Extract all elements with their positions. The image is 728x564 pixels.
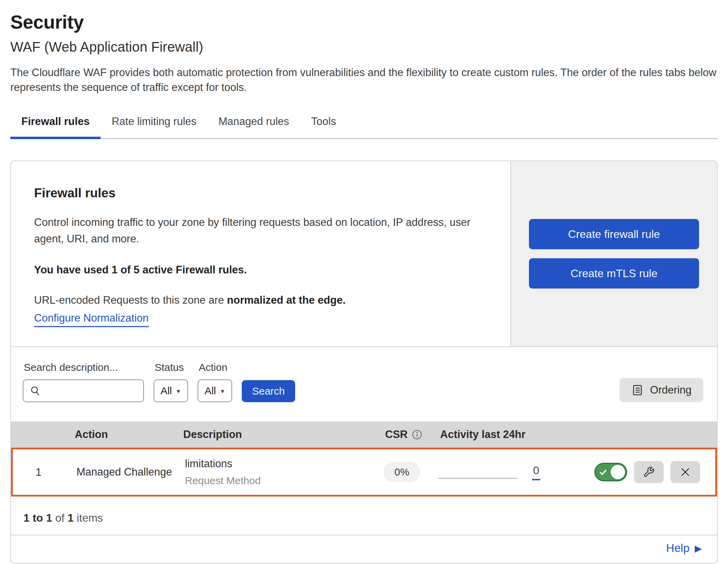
action-select[interactable]: All ▼ — [198, 379, 232, 402]
status-select[interactable]: All ▼ — [154, 379, 188, 402]
search-button[interactable]: Search — [242, 380, 295, 402]
pagination-items: items — [77, 512, 103, 524]
rule-expression: Request Method — [185, 475, 367, 487]
activity-sparkline — [438, 478, 518, 479]
normalization-bold: normalized at the edge. — [227, 294, 346, 306]
security-waf-page: Security WAF (Web Application Firewall) … — [0, 0, 728, 564]
csr-badge: 0% — [383, 462, 420, 482]
search-field-group: Search description... — [23, 362, 144, 402]
wrench-icon — [643, 466, 655, 478]
toggle-knob — [611, 465, 625, 479]
status-label: Status — [155, 362, 188, 373]
tab-rate-limiting-rules[interactable]: Rate limiting rules — [101, 111, 207, 138]
pagination-total: 1 — [67, 512, 74, 524]
card-description: Control incoming traffic to your zone by… — [34, 214, 475, 247]
ordering-list-icon — [631, 384, 644, 396]
rule-description-cell: limitations Request Method — [178, 458, 367, 487]
firewall-rule-row[interactable]: 1 Managed Challenge limitations Request … — [11, 448, 717, 497]
pagination-summary: 1 to 1 of 1 items — [11, 497, 717, 535]
rule-controls — [595, 461, 715, 483]
tab-managed-rules[interactable]: Managed rules — [208, 111, 300, 138]
header-csr: CSR — [369, 428, 438, 441]
info-icon[interactable] — [412, 429, 422, 440]
header-description: Description — [176, 428, 369, 441]
chevron-down-icon: ▼ — [220, 389, 225, 394]
firewall-rules-overview: Firewall rules Control incoming traffic … — [11, 161, 717, 347]
rule-enabled-toggle[interactable] — [594, 463, 627, 481]
rule-activity-cell: 0 — [436, 464, 595, 480]
usage-summary: You have used 1 of 5 active Firewall rul… — [34, 264, 486, 276]
action-label: Action — [199, 362, 232, 373]
rule-description: limitations — [185, 458, 367, 470]
normalization-note: URL-encoded Requests to this zone are no… — [34, 294, 486, 306]
rule-action: Managed Challenge — [64, 466, 178, 478]
pagination-of: of — [55, 512, 64, 524]
page-description: The Cloudflare WAF provides both automat… — [10, 65, 718, 95]
create-firewall-rule-button[interactable]: Create firewall rule — [529, 219, 699, 249]
status-selected-value: All — [160, 385, 172, 397]
rule-priority: 1 — [13, 466, 64, 479]
edit-rule-button[interactable] — [634, 461, 664, 483]
page-title: Security — [10, 11, 718, 33]
card-actions-panel: Create firewall rule Create mTLS rule — [510, 161, 717, 346]
table-header-row: Action Description CSR Activity last 24h… — [11, 421, 717, 448]
search-icon — [30, 385, 41, 397]
tab-firewall-rules[interactable]: Firewall rules — [10, 111, 101, 138]
action-field-group: Action All ▼ — [198, 362, 232, 402]
check-icon — [599, 468, 607, 477]
rules-tab-bar: Firewall rules Rate limiting rules Manag… — [10, 111, 718, 139]
normalization-prefix: URL-encoded Requests to this zone are — [34, 294, 224, 306]
help-link-label: Help — [666, 542, 689, 555]
search-input[interactable] — [46, 385, 137, 397]
search-label: Search description... — [24, 362, 144, 373]
action-selected-value: All — [205, 385, 216, 397]
pagination-range: 1 to 1 — [23, 512, 52, 524]
chevron-down-icon: ▼ — [176, 389, 181, 394]
filter-toolbar: Search description... Status All ▼ — [11, 347, 717, 421]
card-footer: Help ▶ — [11, 535, 717, 563]
ordering-button[interactable]: Ordering — [620, 378, 703, 402]
create-mtls-rule-button[interactable]: Create mTLS rule — [529, 258, 699, 289]
close-icon — [679, 466, 691, 478]
activity-count-link[interactable]: 0 — [532, 464, 540, 480]
help-link[interactable]: Help ▶ — [666, 542, 702, 555]
page-subtitle: WAF (Web Application Firewall) — [10, 39, 718, 55]
header-csr-label: CSR — [385, 428, 407, 441]
header-activity: Activity last 24hr — [438, 428, 596, 441]
status-field-group: Status All ▼ — [154, 362, 188, 402]
ordering-button-label: Ordering — [650, 384, 691, 396]
help-arrow-icon: ▶ — [695, 544, 702, 553]
header-action: Action — [63, 428, 176, 441]
card-heading: Firewall rules — [34, 186, 486, 200]
firewall-rules-info: Firewall rules Control incoming traffic … — [11, 161, 510, 346]
delete-rule-button[interactable] — [670, 461, 700, 483]
firewall-rules-card: Firewall rules Control incoming traffic … — [10, 160, 718, 564]
rule-csr-cell: 0% — [367, 462, 436, 482]
configure-normalization-link[interactable]: Configure Normalization — [34, 312, 149, 327]
tab-tools[interactable]: Tools — [300, 111, 347, 138]
search-input-box[interactable] — [23, 379, 144, 402]
